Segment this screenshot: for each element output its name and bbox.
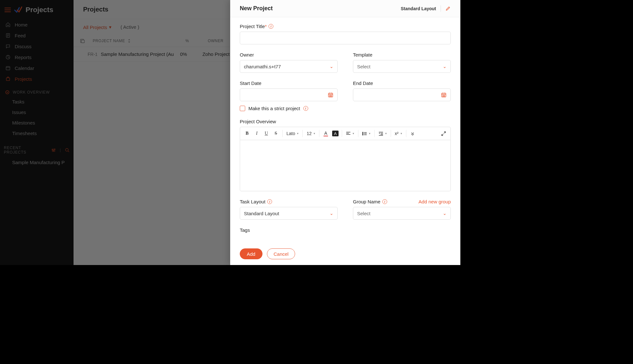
label-text: Group Name <box>353 199 380 204</box>
svg-point-23 <box>443 96 444 96</box>
panel-title: New Project <box>240 5 273 12</box>
chevron-down-icon: ⌄ <box>330 64 333 69</box>
bg-color-button[interactable]: A <box>331 129 340 138</box>
svg-point-27 <box>363 134 363 135</box>
project-title-input[interactable] <box>240 32 451 44</box>
strict-project-label: Make this a strict project <box>248 106 300 111</box>
underline-button[interactable]: U <box>262 129 271 138</box>
info-icon[interactable]: i <box>269 24 273 29</box>
task-layout-label: Task Layout i <box>240 199 338 204</box>
svg-point-26 <box>363 133 363 134</box>
overview-label: Project Overview <box>240 119 451 124</box>
owner-select[interactable]: charumathi.s+t77 ⌄ <box>240 60 338 73</box>
label-text: Task Layout <box>240 199 265 204</box>
strict-project-row: Make this a strict project i <box>240 106 451 111</box>
template-label: Template <box>353 52 451 57</box>
group-name-select[interactable]: Select ⌄ <box>353 207 451 220</box>
script-value: x² <box>395 131 399 136</box>
tags-label: Tags <box>240 227 451 233</box>
add-new-group-link[interactable]: Add new group <box>418 199 451 204</box>
font-size-select[interactable]: 12▾ <box>305 131 317 136</box>
font-value: Lato <box>286 131 295 136</box>
add-button[interactable]: Add <box>240 248 262 259</box>
template-select[interactable]: Select ⌄ <box>353 60 451 73</box>
cancel-button[interactable]: Cancel <box>267 248 295 259</box>
info-icon[interactable]: i <box>303 106 308 111</box>
svg-point-16 <box>330 96 331 96</box>
info-icon[interactable]: i <box>267 199 272 204</box>
script-button[interactable]: x²▾ <box>393 131 404 136</box>
svg-point-22 <box>442 96 443 96</box>
svg-point-17 <box>331 96 332 96</box>
richtext-toolbar: B I U S Lato▾ 12▾ A A ▾ ▾ ▾ <box>240 127 451 140</box>
owner-label: Owner <box>240 52 338 57</box>
edit-layout-icon[interactable] <box>445 6 451 11</box>
owner-value: charumathi.s+t77 <box>244 64 281 69</box>
fullscreen-button[interactable] <box>439 129 448 138</box>
svg-point-13 <box>330 95 331 95</box>
layout-name: Standard Layout <box>401 6 436 11</box>
overview-textarea[interactable] <box>240 140 451 191</box>
svg-point-25 <box>363 132 363 133</box>
calendar-icon <box>441 92 447 98</box>
svg-point-21 <box>444 95 445 95</box>
end-date-input[interactable] <box>353 88 451 101</box>
start-date-label: Start Date <box>240 80 338 86</box>
group-name-label: Group Name i Add new group <box>353 199 451 204</box>
project-title-label: Project Title* i <box>240 24 451 29</box>
panel-footer: Add Cancel <box>230 246 460 265</box>
template-value: Select <box>357 64 371 69</box>
svg-point-12 <box>329 95 330 95</box>
panel-header: New Project Standard Layout <box>230 0 460 17</box>
align-button[interactable]: ▾ <box>344 132 356 136</box>
italic-button[interactable]: I <box>252 129 261 138</box>
start-date-input[interactable] <box>240 88 338 101</box>
task-layout-value: Standard Layout <box>244 211 279 216</box>
size-value: 12 <box>307 131 312 136</box>
group-name-value: Select <box>357 211 371 216</box>
bold-button[interactable]: B <box>243 129 252 138</box>
more-tools-button[interactable] <box>408 129 417 138</box>
strict-project-checkbox[interactable] <box>240 106 245 111</box>
svg-point-15 <box>329 96 330 96</box>
chevron-down-icon: ⌄ <box>330 211 333 216</box>
font-family-select[interactable]: Lato▾ <box>285 131 301 136</box>
new-project-panel: New Project Standard Layout Project Titl… <box>230 0 460 265</box>
svg-point-14 <box>331 95 332 95</box>
strike-button[interactable]: S <box>271 129 280 138</box>
panel-body: Project Title* i Owner charumathi.s+t77 … <box>230 17 460 246</box>
text-color-button[interactable]: A <box>321 129 330 138</box>
calendar-icon <box>328 92 333 98</box>
svg-point-20 <box>443 95 444 95</box>
chevron-down-icon: ⌄ <box>443 211 447 216</box>
svg-point-19 <box>442 95 443 95</box>
indent-button[interactable]: ▾ <box>377 132 389 136</box>
label-text: Project Title <box>240 24 265 29</box>
chevron-down-icon: ⌄ <box>443 64 447 69</box>
divider <box>441 5 441 12</box>
list-button[interactable]: ▾ <box>360 132 372 136</box>
info-icon[interactable]: i <box>382 199 387 204</box>
svg-point-24 <box>444 96 445 96</box>
end-date-label: End Date <box>353 80 451 86</box>
task-layout-select[interactable]: Standard Layout ⌄ <box>240 207 338 220</box>
